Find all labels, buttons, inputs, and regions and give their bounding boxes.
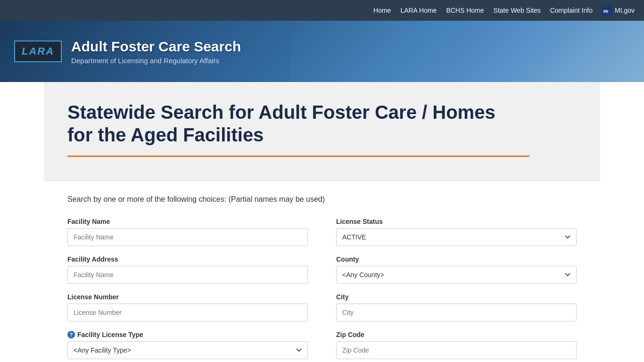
top-navigation: Home LARA Home BCHS Home State Web Sites…	[0, 0, 644, 21]
mi-state-icon: MI	[602, 5, 612, 16]
facility-type-help-icon[interactable]: ?	[67, 331, 75, 338]
form-section: Search by one or more of the following c…	[44, 181, 600, 362]
complaint-info-link[interactable]: Complaint Info	[550, 7, 593, 14]
facility-address-input[interactable]	[67, 266, 308, 284]
facility-name-input[interactable]	[67, 228, 308, 246]
form-left-column: Facility Name Facility Address License N…	[67, 218, 308, 362]
home-link[interactable]: Home	[373, 7, 391, 14]
header-banner: LARA Adult Foster Care Search Department…	[0, 21, 644, 82]
lara-home-link[interactable]: LARA Home	[400, 7, 437, 14]
license-status-group: License Status ACTIVE INACTIVE ALL	[336, 218, 577, 246]
search-form-grid: Facility Name Facility Address License N…	[67, 218, 577, 362]
license-status-label: License Status	[336, 218, 577, 225]
form-right-column: License Status ACTIVE INACTIVE ALL Count…	[336, 218, 577, 362]
page-wrapper: Statewide Search for Adult Foster Care /…	[44, 82, 600, 362]
search-description: Search by one or more of the following c…	[67, 195, 577, 204]
facility-address-label: Facility Address	[67, 255, 308, 263]
county-group: County <Any County> Alcona Alger Allegan…	[336, 255, 577, 284]
facility-name-label: Facility Name	[67, 218, 308, 225]
facility-address-group: Facility Address	[67, 255, 308, 284]
zip-code-group: Zip Code	[336, 331, 577, 359]
facility-license-type-label: Facility License Type	[77, 331, 143, 338]
bchs-home-link[interactable]: BCHS Home	[446, 7, 484, 14]
main-content: Statewide Search for Adult Foster Care /…	[0, 82, 644, 362]
zip-code-input[interactable]	[336, 341, 577, 359]
facility-license-type-group: ? Facility License Type <Any Facility Ty…	[67, 331, 308, 359]
site-title: Adult Foster Care Search	[71, 39, 241, 55]
facility-license-type-label-row: ? Facility License Type	[67, 331, 308, 338]
license-status-select[interactable]: ACTIVE INACTIVE ALL	[336, 228, 577, 246]
facility-license-type-select[interactable]: <Any Facility Type> Adult Foster Care Ho…	[67, 341, 308, 359]
county-select[interactable]: <Any County> Alcona Alger Allegan Alpena	[336, 266, 577, 284]
svg-text:MI: MI	[603, 9, 608, 14]
zip-code-label: Zip Code	[336, 331, 577, 338]
city-label: City	[336, 293, 577, 301]
state-web-sites-link[interactable]: State Web Sites	[494, 7, 541, 14]
county-label: County	[336, 255, 577, 263]
site-subtitle: Department of Licensing and Regulatory A…	[71, 57, 241, 65]
license-number-input[interactable]	[67, 304, 308, 321]
title-section: Statewide Search for Adult Foster Care /…	[44, 82, 600, 181]
city-input[interactable]	[336, 304, 577, 321]
facility-name-group: Facility Name	[67, 218, 308, 246]
page-title: Statewide Search for Adult Foster Care /…	[67, 101, 577, 146]
license-number-group: License Number	[67, 293, 308, 321]
header-text: Adult Foster Care Search Department of L…	[71, 39, 241, 65]
city-group: City	[336, 293, 577, 321]
title-underline	[67, 156, 529, 157]
lara-logo: LARA	[14, 41, 62, 62]
license-number-label: License Number	[67, 293, 308, 301]
mi-gov-link[interactable]: MI MI.gov	[602, 5, 635, 16]
